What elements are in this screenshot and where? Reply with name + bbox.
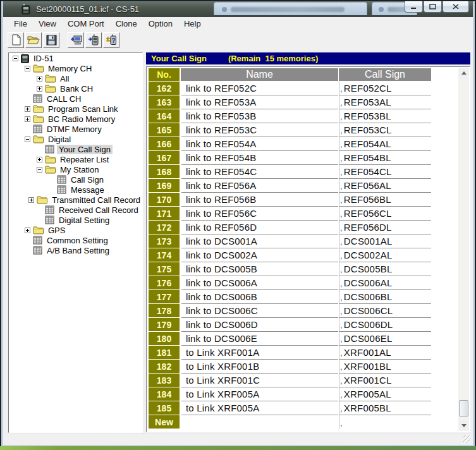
call-sign-cell[interactable]: XRF005AL <box>339 387 431 401</box>
name-cell[interactable]: link to REF052C <box>181 82 338 95</box>
open-file-button[interactable] <box>25 32 42 48</box>
call-sign-cell[interactable]: REF056AL <box>339 179 431 193</box>
tree-item-gps[interactable]: GPS <box>9 225 142 235</box>
row-number-cell[interactable]: 180 <box>149 332 180 345</box>
tree-item-label[interactable]: Common Setting <box>45 236 110 245</box>
row-number-cell[interactable]: 166 <box>149 137 180 150</box>
background-browser-tab[interactable] <box>214 2 367 15</box>
column-header-call-sign[interactable]: Call Sign <box>339 68 431 81</box>
row-number-cell[interactable]: 181 <box>149 346 180 359</box>
tree-item-memory-ch[interactable]: Memory CH <box>9 63 142 73</box>
resize-grip[interactable] <box>463 435 471 443</box>
clone-info-button[interactable]: ⇆? <box>103 32 119 48</box>
call-sign-cell[interactable]: XRF001CL <box>339 374 431 387</box>
tree-item-label[interactable]: Bank CH <box>58 84 95 94</box>
name-cell[interactable]: link to DCS001A <box>181 234 338 248</box>
name-cell[interactable]: link to DCS006D <box>181 318 338 332</box>
name-cell[interactable]: link to DCS006C <box>181 304 338 318</box>
tree-item-label[interactable]: Transmitted Call Record <box>50 195 142 205</box>
name-cell[interactable]: link to DCS005B <box>181 262 338 276</box>
tree-item-label[interactable]: Program Scan Link <box>46 104 120 114</box>
call-sign-cell[interactable]: DCS002AL <box>339 248 431 262</box>
tree-item-repeater-list[interactable]: Repeater List <box>9 154 142 164</box>
scroll-up-button[interactable] <box>458 68 469 78</box>
menu-option[interactable]: Option <box>143 18 178 30</box>
tree-item-dtmf-memory[interactable]: DTMF Memory <box>9 124 142 134</box>
call-sign-cell[interactable]: DCS006BL <box>339 290 431 304</box>
call-sign-cell[interactable] <box>339 415 431 429</box>
tree-item-bc-radio-memory[interactable]: BC Radio Memory <box>9 114 142 124</box>
call-sign-cell[interactable]: REF056BL <box>339 193 431 207</box>
name-cell[interactable]: link to REF053A <box>181 95 338 109</box>
row-number-cell[interactable]: 170 <box>149 193 180 206</box>
maximize-button[interactable] <box>424 1 442 13</box>
call-sign-cell[interactable]: DCS006EL <box>339 332 431 346</box>
tree-item-id-51[interactable]: ID-51 <box>9 53 142 63</box>
row-number-cell[interactable]: 178 <box>149 304 180 317</box>
tree-item-digital-setting[interactable]: Digital Setting <box>9 215 142 225</box>
tree-item-label[interactable]: Memory CH <box>46 64 94 73</box>
name-cell[interactable]: link to DCS006B <box>181 290 338 304</box>
tree-item-my-station[interactable]: My Station <box>9 164 142 174</box>
scroll-down-button[interactable] <box>458 420 469 431</box>
name-cell[interactable]: to Link XRF005A <box>181 401 338 415</box>
tree-item-transmitted-call-record[interactable]: Transmitted Call Record <box>9 195 142 205</box>
name-cell[interactable]: link to REF054B <box>181 151 338 165</box>
row-number-cell[interactable]: 163 <box>149 95 180 109</box>
name-cell[interactable]: link to REF053C <box>181 123 338 137</box>
close-button[interactable] <box>442 1 469 13</box>
menu-help[interactable]: Help <box>178 18 207 30</box>
tree-item-a-b-band-setting[interactable]: A/B Band Setting <box>9 245 142 255</box>
row-number-cell[interactable]: New <box>149 415 180 429</box>
row-number-cell[interactable]: 173 <box>149 234 180 248</box>
tree-item-label[interactable]: DTMF Memory <box>45 125 104 134</box>
tree-item-label[interactable]: All <box>58 74 71 83</box>
tree-item-label[interactable]: BC Radio Memory <box>46 114 117 124</box>
row-number-cell[interactable]: 164 <box>149 109 180 123</box>
call-sign-cell[interactable]: DCS001AL <box>339 234 431 248</box>
tree-item-label[interactable]: Repeater List <box>58 155 111 164</box>
name-cell[interactable]: link to REF054A <box>181 137 338 151</box>
plus-expander-icon[interactable] <box>37 157 42 162</box>
row-number-cell[interactable]: 185 <box>149 401 180 415</box>
tree-item-bank-ch[interactable]: Bank CH <box>9 83 142 94</box>
menu-file[interactable]: File <box>8 18 33 30</box>
row-number-cell[interactable]: 162 <box>149 82 180 95</box>
minus-expander-icon[interactable] <box>37 167 42 173</box>
tree-item-label[interactable]: Call Sign <box>69 175 106 185</box>
row-number-cell[interactable]: 184 <box>149 387 180 401</box>
row-number-cell[interactable]: 179 <box>149 318 180 331</box>
menu-com-port[interactable]: COM Port <box>62 18 110 30</box>
tree-item-label[interactable]: Digital <box>46 135 73 144</box>
call-sign-cell[interactable]: DCS005BL <box>339 262 431 276</box>
name-cell[interactable]: to Link XRF005A <box>181 387 338 401</box>
call-sign-cell[interactable]: REF053BL <box>339 109 431 123</box>
tree-item-call-ch[interactable]: CALL CH <box>9 94 142 104</box>
name-cell[interactable]: link to DCS002A <box>181 248 338 262</box>
name-cell[interactable]: to Link XRF001A <box>181 346 338 360</box>
tree-item-label[interactable]: Message <box>69 185 106 195</box>
tree-item-common-setting[interactable]: Common Setting <box>9 235 142 245</box>
call-sign-cell[interactable]: REF053CL <box>339 123 431 137</box>
call-sign-cell[interactable]: XRF001AL <box>339 346 431 360</box>
plus-expander-icon[interactable] <box>37 86 42 92</box>
name-cell[interactable]: link to DCS006E <box>181 332 338 346</box>
column-header-name[interactable]: Name <box>181 68 338 81</box>
tree-item-program-scan-link[interactable]: Program Scan Link <box>9 104 142 114</box>
minus-expander-icon[interactable] <box>13 56 18 61</box>
title-bar[interactable]: Set20000115_01.icf - CS-51 <box>3 1 473 17</box>
call-sign-cell[interactable]: REF054BL <box>339 151 431 165</box>
row-number-cell[interactable]: 177 <box>149 290 180 303</box>
name-cell[interactable] <box>181 415 338 429</box>
minus-expander-icon[interactable] <box>25 137 30 142</box>
name-cell[interactable]: to Link XRF001B <box>181 360 338 374</box>
row-number-cell[interactable]: 169 <box>149 179 180 192</box>
name-cell[interactable]: link to REF054C <box>181 165 338 179</box>
menu-clone[interactable]: Clone <box>110 18 143 30</box>
call-sign-cell[interactable]: REF056DL <box>339 221 431 234</box>
plus-expander-icon[interactable] <box>37 76 42 82</box>
row-number-cell[interactable]: 167 <box>149 151 180 164</box>
row-number-cell[interactable]: 168 <box>149 165 180 178</box>
plus-expander-icon[interactable] <box>25 116 30 122</box>
clone-write-button[interactable] <box>85 32 102 48</box>
